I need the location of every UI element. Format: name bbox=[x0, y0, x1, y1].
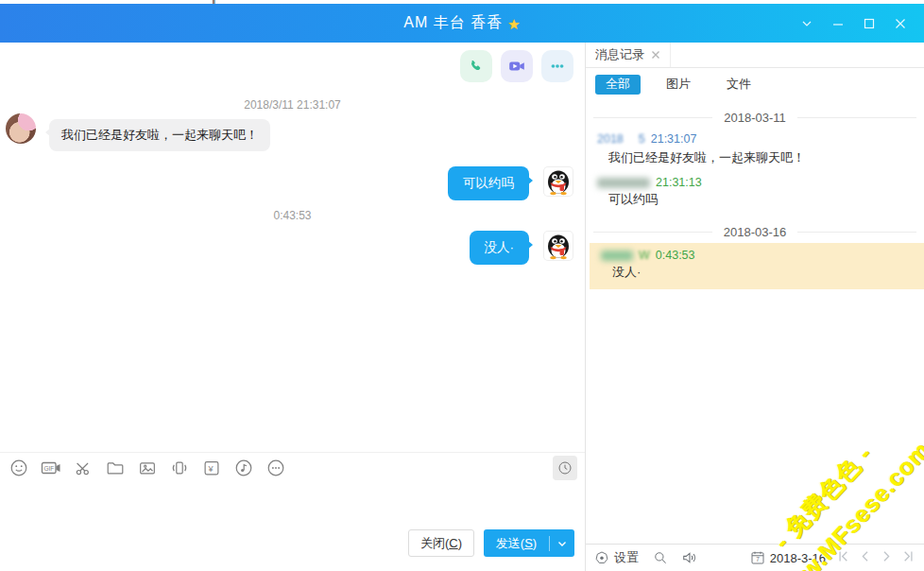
contact-avatar[interactable] bbox=[6, 113, 36, 144]
minimize-icon[interactable] bbox=[828, 13, 848, 34]
censored-sender-name bbox=[601, 251, 633, 261]
folder-icon[interactable] bbox=[104, 457, 127, 479]
history-filters: 全部 图片 文件 bbox=[586, 68, 924, 100]
chat-toolbar: GIF bbox=[0, 452, 585, 483]
tab-label: 消息记录 bbox=[595, 46, 644, 63]
outgoing-message-row: 没人· bbox=[0, 231, 585, 265]
first-page-icon[interactable] bbox=[835, 548, 851, 568]
censored-sender-name: W bbox=[639, 249, 650, 262]
close-button-label: ) bbox=[458, 536, 462, 550]
window-title: AM 丰台 香香 bbox=[403, 13, 503, 33]
message-text: 我们已经是好友啦，一起来聊天吧！ bbox=[586, 148, 924, 170]
tab-close-icon[interactable] bbox=[651, 50, 660, 60]
chat-timestamp: 2018/3/11 21:31:07 bbox=[0, 98, 585, 112]
chat-panel: 2018/3/11 21:31:07 我们已经是好友啦，一起来聊天吧！ 可以约吗 bbox=[0, 43, 585, 571]
calendar-icon[interactable]: 7 bbox=[749, 549, 766, 566]
svg-text:¥: ¥ bbox=[208, 464, 214, 474]
history-panel: 消息记录 全部 图片 文件 2018-03-11 2018 5 21:31:07 bbox=[585, 43, 924, 571]
message-input[interactable] bbox=[0, 483, 585, 523]
sender-line: 21:31:13 bbox=[586, 174, 924, 190]
next-page-icon[interactable] bbox=[879, 548, 895, 568]
video-call-icon[interactable] bbox=[501, 50, 533, 82]
transfer-yuan-icon[interactable]: ¥ bbox=[200, 457, 223, 479]
divider-date: 2018-03-11 bbox=[712, 111, 797, 125]
window-shake-icon[interactable] bbox=[168, 457, 191, 479]
censored-sender-name bbox=[597, 178, 650, 188]
speaker-icon[interactable] bbox=[680, 548, 699, 567]
chevron-down-icon[interactable] bbox=[796, 13, 817, 34]
message-time: 21:31:13 bbox=[656, 176, 702, 189]
close-button-key: C bbox=[449, 536, 457, 550]
send-button[interactable]: 发送(S) bbox=[484, 529, 574, 557]
filter-files[interactable]: 文件 bbox=[727, 76, 751, 93]
main-area: 2018/3/11 21:31:07 我们已经是好友啦，一起来聊天吧！ 可以约吗 bbox=[0, 43, 924, 571]
chat-display: 2018/3/11 21:31:07 我们已经是好友啦，一起来聊天吧！ 可以约吗 bbox=[0, 43, 585, 452]
chat-button-bar: 关闭(C) 发送(S) bbox=[0, 523, 585, 571]
qq-chat-window: ∥ AM 丰台 香香 ★ bbox=[0, 0, 924, 571]
screenshot-scissors-icon[interactable] bbox=[72, 457, 94, 479]
prev-page-icon[interactable] bbox=[857, 548, 873, 568]
date-divider: 2018-03-11 bbox=[593, 108, 916, 127]
star-badge-icon: ★ bbox=[507, 16, 520, 33]
incoming-bubble: 我们已经是好友啦，一起来聊天吧！ bbox=[49, 119, 270, 151]
chat-action-bar bbox=[460, 50, 573, 82]
history-message: 2018 5 21:31:07 我们已经是好友啦，一起来聊天吧！ bbox=[586, 129, 924, 173]
close-button[interactable]: 关闭(C) bbox=[408, 529, 474, 557]
title-wrap: AM 丰台 香香 ★ bbox=[403, 13, 520, 33]
titlebar: AM 丰台 香香 ★ bbox=[0, 4, 924, 43]
svg-text:GIF: GIF bbox=[44, 465, 55, 472]
gif-icon[interactable]: GIF bbox=[40, 457, 62, 479]
window-controls bbox=[796, 4, 911, 43]
message-time: 0:43:53 bbox=[656, 249, 695, 262]
calendar-day: 7 bbox=[756, 556, 760, 562]
filter-all[interactable]: 全部 bbox=[595, 75, 641, 95]
outgoing-bubble: 可以约吗 bbox=[448, 166, 529, 200]
chat-timestamp: 0:43:53 bbox=[0, 209, 585, 222]
close-icon[interactable] bbox=[890, 13, 911, 34]
maximize-icon[interactable] bbox=[859, 13, 880, 34]
message-text: 可以约吗 bbox=[586, 190, 924, 212]
close-button-label: 关闭( bbox=[420, 535, 449, 552]
sender-line: W 0:43:53 bbox=[590, 247, 924, 263]
last-page-icon[interactable] bbox=[900, 548, 916, 568]
search-icon[interactable] bbox=[652, 549, 669, 566]
self-avatar[interactable] bbox=[543, 166, 573, 197]
history-message-highlighted: W 0:43:53 没人· bbox=[590, 243, 924, 289]
send-button-label: 发送(S) bbox=[484, 535, 549, 552]
tab-message-history[interactable]: 消息记录 bbox=[586, 42, 671, 67]
music-note-icon[interactable] bbox=[232, 457, 255, 479]
settings-gear-icon[interactable] bbox=[593, 549, 610, 566]
more-actions-icon[interactable] bbox=[541, 50, 573, 82]
message-text: 没人· bbox=[590, 263, 924, 285]
outgoing-message-row: 可以约吗 bbox=[0, 166, 585, 200]
message-time: 21:31:07 bbox=[651, 132, 697, 146]
history-date: 2018-3-16 bbox=[770, 551, 826, 565]
send-options-chevron-icon[interactable] bbox=[550, 538, 574, 549]
history-pagination bbox=[835, 548, 916, 568]
divider-date: 2018-03-16 bbox=[712, 225, 798, 239]
sender-line: 2018 5 21:31:07 bbox=[586, 130, 924, 148]
more-icon[interactable] bbox=[265, 457, 287, 479]
history-content: 2018-03-11 2018 5 21:31:07 我们已经是好友啦，一起来聊… bbox=[586, 100, 924, 544]
censored-sender-name: 2018 5 bbox=[597, 131, 645, 147]
history-clock-icon[interactable] bbox=[553, 456, 577, 480]
settings-label[interactable]: 设置 bbox=[614, 549, 639, 566]
self-avatar[interactable] bbox=[543, 231, 573, 261]
voice-call-icon[interactable] bbox=[460, 50, 492, 82]
filter-images[interactable]: 图片 bbox=[666, 76, 691, 93]
history-bottom-bar: 设置 7 2018-3-16 bbox=[586, 544, 924, 571]
incoming-message-row: 我们已经是好友啦，一起来聊天吧！ bbox=[0, 113, 270, 151]
image-icon[interactable] bbox=[136, 457, 159, 479]
outgoing-bubble: 没人· bbox=[470, 231, 530, 265]
history-tab-row: 消息记录 bbox=[586, 43, 924, 68]
date-divider: 2018-03-16 bbox=[593, 222, 916, 241]
emoji-icon[interactable] bbox=[8, 457, 30, 479]
history-message: 21:31:13 可以约吗 bbox=[586, 173, 924, 215]
